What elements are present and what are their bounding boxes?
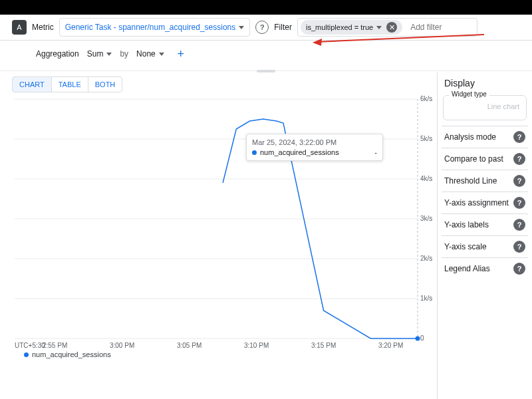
svg-text:3:20 PM: 3:20 PM — [378, 342, 403, 349]
help-icon[interactable]: ? — [513, 197, 525, 209]
add-aggregation-button[interactable]: + — [172, 45, 190, 63]
tab-chart[interactable]: CHART — [13, 77, 52, 92]
svg-text:6k/s: 6k/s — [420, 95, 432, 102]
chevron-down-icon — [106, 53, 112, 56]
tooltip-time: Mar 25, 2024, 3:22:00 PM — [252, 138, 377, 146]
svg-text:3:15 PM: 3:15 PM — [311, 342, 336, 349]
widget-type-label: Widget type — [449, 90, 489, 98]
help-icon[interactable]: ? — [255, 21, 269, 34]
svg-text:5k/s: 5k/s — [420, 135, 432, 142]
svg-text:0: 0 — [420, 334, 424, 342]
metric-label: Metric — [32, 23, 54, 32]
svg-text:UTC+5:30: UTC+5:30 — [15, 342, 45, 349]
svg-point-24 — [416, 336, 420, 341]
aggregation-label: Aggregation — [36, 49, 79, 59]
side-item-y-axis-labels[interactable]: Y-axis labels? — [442, 213, 528, 235]
side-item-legend-alias[interactable]: Legend Alias? — [442, 257, 528, 279]
chevron-down-icon — [239, 26, 244, 29]
aggregation-func-selector[interactable]: Sum — [84, 45, 115, 63]
widget-type-value: Line chart — [487, 102, 519, 110]
side-item-analysis-mode[interactable]: Analysis mode? — [442, 126, 528, 148]
help-icon[interactable]: ? — [513, 175, 525, 187]
help-icon[interactable]: ? — [513, 131, 525, 143]
help-icon[interactable]: ? — [513, 219, 525, 231]
aggregation-groupby-selector[interactable]: None — [134, 45, 167, 63]
widget-type-selector[interactable]: Widget type Line chart — [443, 95, 527, 120]
side-item-threshold-line[interactable]: Threshold Line? — [442, 170, 528, 192]
view-tabs: CHART TABLE BOTH — [12, 76, 122, 92]
side-item-y-axis-scale[interactable]: Y-axis scale? — [442, 235, 528, 257]
svg-text:3:00 PM: 3:00 PM — [110, 342, 134, 349]
help-icon[interactable]: ? — [513, 263, 525, 275]
tooltip-series: num_acquired_sessions — [260, 148, 339, 156]
svg-text:3:10 PM: 3:10 PM — [244, 342, 269, 349]
query-toolbar: A Metric Generic Task - spanner/num_acqu… — [0, 15, 532, 41]
series-color-dot — [252, 150, 257, 155]
tooltip-value: - — [374, 148, 377, 156]
svg-text:2:55 PM: 2:55 PM — [43, 342, 67, 349]
filter-container: is_multiplexed = true ✕ — [297, 18, 477, 37]
side-item-compare-to-past[interactable]: Compare to past? — [442, 148, 528, 170]
chevron-down-icon — [376, 26, 382, 29]
svg-text:2k/s: 2k/s — [420, 255, 432, 262]
aggregation-by-label: by — [120, 49, 128, 59]
tab-both[interactable]: BOTH — [88, 77, 122, 92]
filter-label: Filter — [274, 23, 292, 32]
svg-text:4k/s: 4k/s — [420, 175, 432, 182]
legend-series-label: num_acquired_sessions — [32, 350, 111, 358]
series-color-dot — [24, 352, 29, 357]
add-filter-input[interactable] — [406, 21, 474, 33]
svg-text:3:05 PM: 3:05 PM — [177, 342, 201, 349]
chart-legend[interactable]: num_acquired_sessions — [24, 350, 111, 358]
display-panel-title: Display — [444, 78, 528, 88]
chevron-down-icon — [159, 53, 164, 56]
svg-text:1k/s: 1k/s — [420, 295, 432, 302]
help-icon[interactable]: ? — [513, 241, 525, 253]
display-panel: Display Widget type Line chart Analysis … — [437, 72, 532, 399]
aggregation-toolbar: Aggregation Sum by None + — [0, 41, 532, 71]
side-item-y-axis-assignment[interactable]: Y-axis assignment? — [442, 192, 528, 213]
chart-area[interactable]: 01k/s2k/s3k/s4k/s5k/s6k/sUTC+5:302:55 PM… — [12, 95, 437, 361]
svg-text:3k/s: 3k/s — [420, 215, 432, 222]
close-icon[interactable]: ✕ — [386, 22, 397, 33]
tab-table[interactable]: TABLE — [52, 77, 88, 92]
help-icon[interactable]: ? — [513, 153, 525, 165]
query-letter-badge[interactable]: A — [12, 20, 27, 35]
filter-chip-is-multiplexed[interactable]: is_multiplexed = true ✕ — [301, 20, 402, 35]
chart-tooltip: Mar 25, 2024, 3:22:00 PM num_acquired_se… — [246, 134, 383, 161]
metric-selector[interactable]: Generic Task - spanner/num_acquired_sess… — [59, 18, 251, 37]
